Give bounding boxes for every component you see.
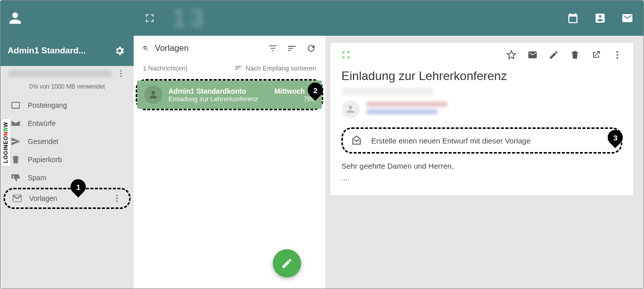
filter-icon[interactable] [268,43,278,53]
sort-button[interactable]: Nach Empfang sortieren [235,64,316,72]
sort-icon[interactable] [287,43,297,53]
sender-date-blur [342,88,433,95]
refresh-icon[interactable] [306,43,316,53]
delete-icon[interactable] [570,50,580,62]
edit-icon[interactable] [549,50,559,62]
svg-point-4 [116,197,118,199]
svg-point-8 [616,57,618,58]
logineo-side-tab[interactable]: LOGINEONRW [1,119,10,166]
expand-icon[interactable] [341,50,350,61]
sender-avatar-icon [341,100,360,118]
calendar-icon[interactable] [566,11,580,25]
side-tab-base: LOGINEO [3,136,9,163]
folder-label: Posteingang [28,101,67,109]
create-draft-label: Erstelle einen neuen Entwurf mit dieser … [371,136,531,145]
account-more-icon[interactable] [116,69,126,78]
gear-icon[interactable] [112,44,127,58]
star-icon[interactable] [506,50,516,62]
svg-point-1 [121,73,122,75]
avatar-icon [7,10,24,27]
more-icon[interactable] [612,50,622,62]
folder-sent[interactable]: Gesendet [1,132,134,151]
body-line: Sehr geehrte Damen und Herren, [341,161,622,172]
folder-label: Papierkorb [28,156,62,164]
message-subject: Einladung zur Lehrerkonferenz [168,95,258,103]
message-avatar-icon [144,86,162,104]
profile-banner: Admin1 Standard... [1,36,134,66]
folder-spam[interactable]: Spam [1,169,134,187]
folder-drafts[interactable]: Entwürfe [1,114,134,132]
sort-label: Nach Empfang sortieren [246,64,316,72]
svg-point-6 [616,51,618,53]
background-date-blur: 13 [172,4,208,33]
create-draft-button[interactable]: Erstelle einen neuen Entwurf mit dieser … [343,129,621,152]
folder-label: Gesendet [28,137,58,146]
mail-icon[interactable] [620,11,634,25]
open-external-icon[interactable] [591,50,601,62]
top-toolbar: 13 [1,1,643,36]
svg-point-2 [121,76,122,77]
reading-title: Einladung zur Lehrerkonferenz [341,69,622,83]
folder-templates[interactable]: Vorlagen [5,189,129,207]
search-icon[interactable] [143,43,149,54]
sender-email-blur [367,109,437,114]
folder-label: Vorlagen [29,194,57,202]
account-email-blur [9,70,111,77]
profile-name: Admin1 Standard... [8,46,86,56]
message-list-panel: 1 Nachricht(en) Nach Empfang sortieren A… [134,36,325,288]
body-line: .... [341,172,622,184]
svg-point-3 [116,195,118,196]
storage-line: 0% von 1000 MB verwendet [1,83,134,94]
sender-name-blur [367,102,447,107]
folder-label: Entwürfe [28,119,55,127]
folder-label: Spam [28,174,46,182]
folder-more-icon[interactable] [112,193,122,203]
reading-pane: Einladung zur Lehrerkonferenz Erstelle e… [325,36,643,288]
message-count: 1 Nachricht(en) [143,64,188,72]
fullscreen-icon[interactable] [143,11,157,25]
svg-point-7 [616,54,618,55]
compose-button[interactable] [273,249,301,277]
search-input[interactable] [155,43,262,53]
svg-point-0 [121,70,122,71]
mark-read-icon[interactable] [528,50,538,62]
folder-trash[interactable]: Papierkorb [1,151,134,169]
svg-point-5 [116,200,118,202]
sidebar: Admin1 Standard... 0% von 1000 MB verwen… [1,36,134,288]
contacts-icon[interactable] [593,11,607,25]
folder-inbox[interactable]: Posteingang [1,96,134,114]
message-from: Admin1 Standardkonto [168,87,246,95]
message-item[interactable]: Admin1 Standardkonto Mittwoch 13 Einladu… [137,81,322,109]
